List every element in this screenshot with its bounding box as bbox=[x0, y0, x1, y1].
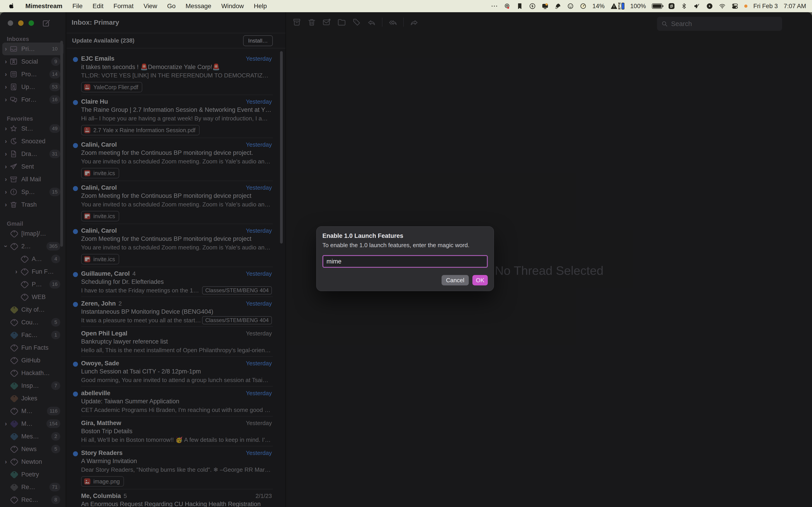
battery-icon[interactable] bbox=[652, 3, 662, 9]
status-text: 7:07 AM bbox=[784, 3, 806, 10]
menu-bar: Mimestream FileEditFormatViewGoMessageWi… bbox=[0, 0, 812, 12]
menu-item-go[interactable]: Go bbox=[167, 2, 175, 10]
dialog-message: To enable the 1.0 launch features, enter… bbox=[322, 242, 488, 249]
battery-fill bbox=[653, 4, 661, 8]
magic-word-dialog: Enable 1.0 Launch Features To enable the… bbox=[316, 226, 494, 291]
recording-dot-icon bbox=[744, 5, 748, 8]
memory-bar-icon bbox=[621, 3, 624, 9]
bluetooth-icon[interactable] bbox=[681, 3, 688, 9]
menu-item-help[interactable]: Help bbox=[254, 2, 267, 10]
menu-item-file[interactable]: File bbox=[72, 2, 83, 10]
gauge-icon[interactable] bbox=[580, 3, 587, 9]
menu-item-edit[interactable]: Edit bbox=[93, 2, 104, 10]
display-alert-icon[interactable] bbox=[542, 3, 549, 9]
mute-icon[interactable] bbox=[694, 3, 700, 9]
warning-triangle-icon bbox=[611, 3, 617, 9]
menu-left: Mimestream FileEditFormatViewGoMessageWi… bbox=[9, 2, 267, 10]
cancel-button[interactable]: Cancel bbox=[442, 275, 469, 285]
sync-icon[interactable] bbox=[668, 3, 675, 9]
status-text: 100% bbox=[630, 3, 646, 10]
menu-app[interactable]: Mimestream bbox=[26, 2, 62, 10]
play-icon[interactable] bbox=[706, 3, 713, 9]
menu-item-window[interactable]: Window bbox=[221, 2, 244, 10]
menu-item-view[interactable]: View bbox=[143, 2, 157, 10]
ellipsis-icon[interactable] bbox=[491, 3, 498, 9]
wifi-icon[interactable] bbox=[719, 3, 726, 9]
status-text: 14% bbox=[593, 3, 605, 10]
audio-badge-icon[interactable] bbox=[504, 3, 510, 9]
magic-word-field-wrap bbox=[322, 255, 488, 268]
dialog-buttons: Cancel OK bbox=[442, 275, 488, 285]
memory-warning-icon[interactable]: MEM bbox=[611, 2, 624, 10]
face-icon[interactable] bbox=[567, 3, 574, 9]
menu-status-area: 14%MEM100%Fri Feb 37:07 AM bbox=[491, 2, 806, 10]
bookmark-icon[interactable] bbox=[516, 3, 523, 9]
toggles-icon[interactable] bbox=[731, 3, 739, 9]
menu-item-message[interactable]: Message bbox=[186, 2, 211, 10]
power-icon[interactable] bbox=[529, 3, 536, 9]
rocket-icon[interactable] bbox=[554, 3, 561, 9]
status-text: Fri Feb 3 bbox=[753, 3, 778, 10]
apple-menu-icon[interactable] bbox=[9, 3, 15, 9]
menu-item-format[interactable]: Format bbox=[113, 2, 134, 10]
ok-button[interactable]: OK bbox=[472, 275, 488, 285]
mem-label: MEM bbox=[618, 2, 620, 10]
dialog-title: Enable 1.0 Launch Features bbox=[322, 232, 488, 239]
magic-word-input[interactable] bbox=[323, 258, 487, 265]
